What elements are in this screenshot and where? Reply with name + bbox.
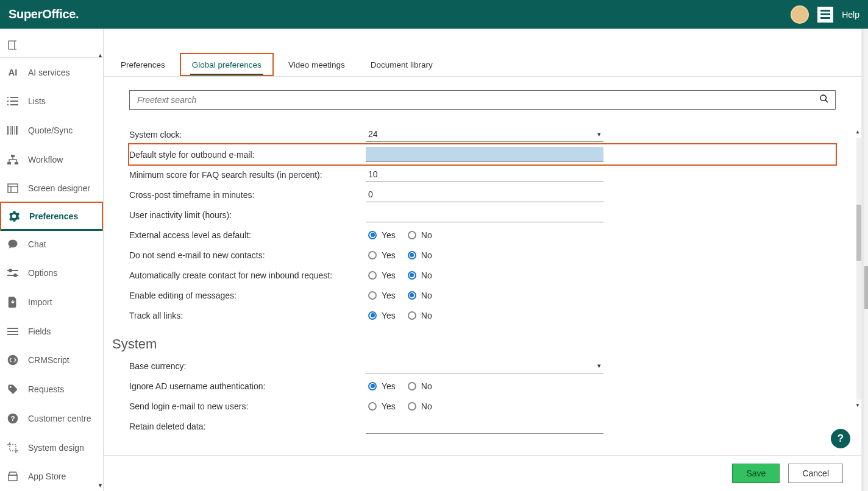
sidebar-item-label: App Store <box>28 472 66 481</box>
sidebar-item-label: AI services <box>28 68 69 77</box>
radio-ignore-ad-yes[interactable]: Yes <box>368 381 396 391</box>
tab-global-preferences[interactable]: Global preferences <box>180 53 274 76</box>
code-icon <box>6 353 20 367</box>
tag-icon <box>6 383 20 396</box>
sidebar-item-screen-designer[interactable]: Screen designer <box>0 174 103 203</box>
label-inactivity: User inactivity limit (hours): <box>129 210 366 220</box>
svg-rect-0 <box>9 41 15 50</box>
radio-track-links-yes[interactable]: Yes <box>368 311 396 320</box>
input-retain[interactable] <box>366 419 603 434</box>
tab-document-library[interactable]: Document library <box>360 53 444 76</box>
sidebar-item-label: Preferences <box>29 211 78 221</box>
sidebar-item-label: System design <box>28 443 84 453</box>
barcode-icon <box>6 124 20 137</box>
input-min-score[interactable]: 10 <box>366 167 603 182</box>
row-system-clock: System clock: 24 ▾ <box>129 124 836 144</box>
radio-external-access-no[interactable]: No <box>408 230 432 240</box>
cancel-button[interactable]: Cancel <box>788 464 843 483</box>
sidebar-item-label: Requests <box>28 384 64 394</box>
save-button[interactable]: Save <box>732 464 780 483</box>
row-crosspost: Cross-post timeframe in minutes: 0 <box>129 185 836 205</box>
radio-ignore-ad-no[interactable]: No <box>408 381 432 391</box>
search-input[interactable] <box>136 94 819 105</box>
input-default-style[interactable] <box>366 147 603 162</box>
scroll-down-icon[interactable]: ▼ <box>855 403 860 408</box>
row-send-login: Send login e-mail to new users: Yes No <box>129 396 836 416</box>
svg-rect-31 <box>10 445 16 451</box>
svg-line-38 <box>825 100 828 102</box>
right-edge-scroll-thumb[interactable] <box>864 266 868 309</box>
radio-do-not-send-no[interactable]: No <box>408 250 432 260</box>
label-default-style: Default style for outbound e-mail: <box>129 150 366 160</box>
content-scrollbar[interactable]: ▲ ▼ <box>856 138 861 400</box>
scroll-up-icon[interactable]: ▲ <box>855 129 860 135</box>
sidebar-item-fields[interactable]: Fields <box>0 317 103 346</box>
chevron-down-icon: ▾ <box>597 362 601 370</box>
sidebar-item-customer-centre[interactable]: ? Customer centre <box>0 404 103 433</box>
row-enable-edit: Enable editing of messages: Yes No <box>129 285 836 305</box>
input-inactivity[interactable] <box>366 207 603 222</box>
input-crosspost[interactable]: 0 <box>366 187 603 202</box>
tab-video-meetings[interactable]: Video meetings <box>277 53 356 76</box>
radio-auto-create-no[interactable]: No <box>408 270 432 280</box>
radio-track-links-no[interactable]: No <box>408 311 432 320</box>
svg-point-22 <box>9 269 12 272</box>
ai-icon: AI <box>6 66 20 79</box>
sidebar-item-system-design[interactable]: System design <box>0 433 103 462</box>
search-icon[interactable] <box>819 94 829 107</box>
chat-icon <box>6 238 20 251</box>
sidebar-scroll-up-icon[interactable]: ▲ <box>98 52 103 58</box>
sidebar-item-ai-services[interactable]: AI AI services <box>0 58 103 87</box>
radio-send-login-yes[interactable]: Yes <box>368 401 396 411</box>
sidebar-item-workflow[interactable]: Workflow <box>0 145 103 174</box>
sidebar-item-preferences[interactable]: Preferences <box>0 202 103 231</box>
svg-point-24 <box>14 274 16 277</box>
radio-auto-create-yes[interactable]: Yes <box>368 270 396 280</box>
brand-logo: SuperOffice. <box>9 7 79 21</box>
sidebar-item-chat[interactable]: Chat <box>0 230 103 259</box>
main-panel: Preferences Global preferences Video mee… <box>104 29 864 491</box>
import-icon <box>6 295 20 309</box>
radio-external-access-yes[interactable]: Yes <box>368 230 396 240</box>
label-retain: Retain deleted data: <box>129 422 366 431</box>
sidebar-item-options[interactable]: Options <box>0 259 103 288</box>
svg-rect-36 <box>9 475 17 481</box>
radio-send-login-no[interactable]: No <box>408 401 432 411</box>
tab-preferences[interactable]: Preferences <box>110 53 176 76</box>
list-icon <box>6 94 20 108</box>
radio-enable-edit-yes[interactable]: Yes <box>368 291 396 300</box>
sidebar-item-label: Quote/Sync <box>28 125 73 135</box>
row-base-currency: Base currency: ▾ <box>129 356 836 376</box>
help-fab[interactable]: ? <box>831 429 850 448</box>
row-default-style: Default style for outbound e-mail: <box>129 144 836 164</box>
screen-icon <box>6 182 20 195</box>
scroll-thumb[interactable] <box>856 205 861 261</box>
sidebar-item-crmscript[interactable]: CRMScript <box>0 346 103 375</box>
select-system-clock[interactable]: 24 ▾ <box>366 127 603 142</box>
tab-bar: Preferences Global preferences Video mee… <box>104 53 861 77</box>
right-edge-scrollbar[interactable] <box>864 29 868 491</box>
row-auto-create: Automatically create contact for new inb… <box>129 265 836 285</box>
sidebar-item-import[interactable]: Import <box>0 288 103 317</box>
row-min-score: Minimum score for FAQ search results (in… <box>129 164 836 185</box>
sidebar-item-lists[interactable]: Lists <box>0 87 103 116</box>
sidebar-item-label: Import <box>28 297 52 307</box>
sidebar-scroll-down-icon[interactable]: ▼ <box>98 482 103 489</box>
sidebar-item-requests[interactable]: Requests <box>0 375 103 404</box>
avatar[interactable] <box>791 5 809 24</box>
label-send-login: Send login e-mail to new users: <box>129 401 366 411</box>
row-ignore-ad: Ignore AD username authentication: Yes N… <box>129 376 836 396</box>
sidebar-item-home[interactable] <box>0 34 103 58</box>
question-icon: ? <box>6 412 20 425</box>
row-do-not-send: Do not send e-mail to new contacts: Yes … <box>129 245 836 265</box>
sidebar-item-label: Workflow <box>28 155 63 164</box>
search-field[interactable] <box>129 90 836 110</box>
hamburger-icon[interactable] <box>817 7 833 23</box>
radio-enable-edit-no[interactable]: No <box>408 291 432 300</box>
select-base-currency[interactable]: ▾ <box>366 358 603 373</box>
footer-bar: Save Cancel <box>104 455 861 491</box>
radio-do-not-send-yes[interactable]: Yes <box>368 250 396 260</box>
sidebar-item-app-store[interactable]: App Store <box>0 462 103 491</box>
help-link[interactable]: Help <box>842 10 859 19</box>
sidebar-item-quote-sync[interactable]: Quote/Sync <box>0 116 103 145</box>
